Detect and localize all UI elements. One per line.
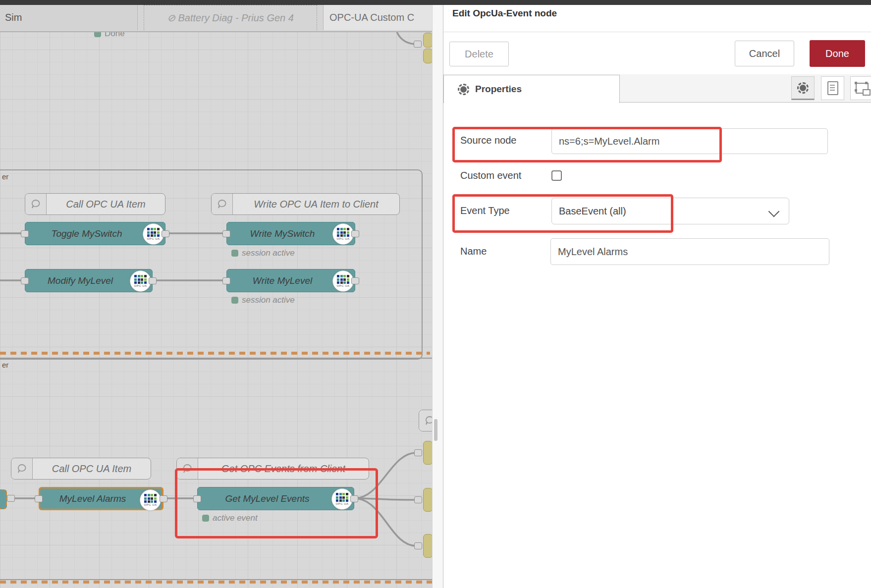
node-port[interactable] [222,277,230,284]
custom-event-label: Custom event [460,170,521,181]
flow-node[interactable]: Write MyLevelOPC UA [226,269,355,292]
opcua-logo [134,275,147,284]
link-node[interactable] [423,488,432,512]
comment-icon-cell [25,194,47,214]
comment-label: Call OPC UA Item [33,463,151,475]
link-node[interactable] [423,441,432,465]
tab-opcua-custom[interactable]: OPC-UA Custom C [323,5,432,30]
opcua-badge: OPC UA [140,489,161,511]
node-port[interactable] [351,230,359,237]
custom-event-checkbox[interactable] [551,170,562,181]
node-port[interactable] [414,449,422,456]
app-header-bar [0,0,871,5]
flow-node-clipped[interactable] [0,489,7,509]
status-dot [231,250,238,257]
speech-bubble-icon [16,463,27,474]
tab-properties[interactable]: Properties [443,75,620,103]
comment-label: Call OPC UA Item [47,199,165,210]
link-node[interactable] [423,534,432,558]
scrollbar-thumb[interactable] [434,419,437,441]
opcua-logo [147,228,160,237]
node-port[interactable] [21,277,29,284]
node-label: MyLevel Alarms [59,493,143,504]
node-label: Modify MyLevel [48,275,130,286]
node-port[interactable] [222,230,230,237]
node-label: Toggle MySwitch [52,228,139,239]
tab-battery-diag[interactable]: ⊘ Battery Diag - Prius Gen 4 [144,5,317,30]
comment-node[interactable] [419,410,432,431]
comment-icon-cell [11,458,33,479]
node-label: Write MySwitch [250,228,332,239]
delete-button[interactable]: Delete [449,42,509,66]
status-dot [231,297,238,304]
done-button[interactable]: Done [810,40,865,67]
node-port[interactable] [160,495,167,502]
flow-node[interactable]: Write MySwitchOPC UA [226,222,355,245]
properties-tab-label: Properties [475,84,522,95]
gear-icon [797,82,809,94]
divider [443,32,871,32]
document-icon [827,81,838,95]
opcua-badge: OPC UA [332,223,354,245]
tab-label: Sim [5,12,22,23]
name-label: Name [460,246,487,257]
comment-label: Write OPC UA Item to Client [233,199,399,210]
opcua-logo [337,275,349,284]
annotation-rect-canvas [175,468,378,538]
chevron-down-icon [768,206,780,217]
opcua-logo [144,494,157,503]
event-type-label: Event Type [460,205,510,216]
name-input[interactable]: MyLevel Alarms [550,238,829,265]
opcua-badge: OPC UA [143,223,164,245]
node-port[interactable] [414,41,422,48]
link-node[interactable] [423,33,432,48]
opcua-badge-text: OPC UA [134,284,147,287]
node-port[interactable] [149,277,157,284]
opcua-badge-text: OPC UA [336,237,349,240]
comment-node[interactable]: Call OPC UA Item [11,458,151,480]
opcua-badge-text: OPC UA [144,503,157,506]
cancel-button[interactable]: Cancel [735,41,794,66]
tab-label: ⊘ Battery Diag - Prius Gen 4 [167,12,294,24]
opcua-badge: OPC UA [130,270,151,292]
flow-node[interactable]: MyLevel AlarmsOPC UA [39,487,163,510]
speech-bubble-icon [217,199,227,210]
comment-node[interactable]: Write OPC UA Item to Client [211,193,400,215]
node-port[interactable] [414,542,422,549]
event-type-select[interactable]: BaseEvent (all) [551,198,789,224]
properties-view-button[interactable] [791,76,815,100]
node-red-editor: ererCall OPC UA ItemWrite OPC UA Item to… [0,0,871,588]
link-node[interactable] [423,49,432,63]
flow-node[interactable]: Toggle MySwitchOPC UA [25,222,165,245]
opcua-logo [337,228,349,237]
node-label: Write MyLevel [253,275,329,286]
node-port[interactable] [162,230,169,237]
edit-node-panel: Edit OpcUa-Event node Delete Cancel Done… [443,0,871,588]
status-text: session active [242,295,295,305]
description-view-button[interactable] [821,76,844,100]
node-port[interactable] [7,495,15,502]
opcua-badge: OPC UA [332,270,354,292]
status-text: session active [242,248,295,258]
flow-canvas[interactable]: ererCall OPC UA ItemWrite OPC UA Item to… [0,0,432,588]
canvas-scrollbar[interactable] [432,0,443,588]
opcua-badge-text: OPC UA [336,284,349,287]
comment-node[interactable]: Call OPC UA Item [25,193,165,215]
source-node-input[interactable]: ns=6;s=MyLevel.Alarm [551,128,828,154]
opcua-badge-text: OPC UA [147,237,160,240]
node-port[interactable] [351,277,359,284]
tab-sim[interactable]: Sim [0,5,138,30]
appearance-view-button[interactable] [850,76,871,100]
group-icon [856,83,869,94]
speech-bubble-icon [30,199,41,210]
node-status: session active [231,248,295,258]
gear-icon [458,84,469,95]
flow-node[interactable]: Modify MyLevelOPC UA [25,269,153,292]
tab-label: OPC-UA Custom C [329,12,414,23]
node-port[interactable] [21,230,29,237]
node-port[interactable] [35,495,43,502]
node-port[interactable] [414,496,422,503]
comment-icon-cell [212,194,233,214]
flow-tab-bar: Sim ⊘ Battery Diag - Prius Gen 4 OPC-UA … [0,5,432,32]
panel-title: Edit OpcUa-Event node [452,8,557,19]
